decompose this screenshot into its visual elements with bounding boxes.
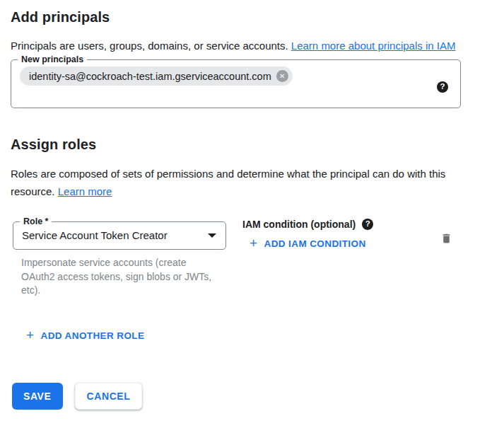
roles-description: Roles are composed of sets of permission… (11, 165, 471, 200)
delete-role-button[interactable] (439, 231, 454, 248)
principals-description-text: Principals are users, groups, domains, o… (11, 40, 291, 52)
plus-icon: + (250, 236, 258, 250)
learn-more-roles-link[interactable]: Learn more (58, 185, 112, 197)
trash-icon (440, 236, 452, 247)
principals-chip-row[interactable]: identity-sa@cockroach-test.iam.gservicea… (11, 64, 460, 86)
role-column: Role * Service Account Token Creator Imp… (13, 216, 228, 298)
plus-icon: + (26, 328, 35, 342)
add-another-role-label: ADD ANOTHER ROLE (41, 330, 145, 341)
add-iam-condition-label: ADD IAM CONDITION (264, 238, 366, 249)
dialog-footer: SAVE CANCEL (12, 383, 493, 410)
add-another-role-button[interactable]: + ADD ANOTHER ROLE (26, 330, 144, 342)
principal-chip-text: identity-sa@cockroach-test.iam.gservicea… (29, 71, 271, 82)
iam-condition-column: IAM condition (optional) ? + ADD IAM CON… (242, 216, 373, 298)
learn-more-principals-link[interactable]: Learn more about principals in IAM (291, 40, 456, 52)
principals-description: Principals are users, groups, domains, o… (11, 37, 471, 54)
cancel-button[interactable]: CANCEL (75, 383, 143, 410)
iam-condition-label-row: IAM condition (optional) ? (242, 219, 373, 230)
role-select[interactable]: Role * Service Account Token Creator (13, 216, 226, 250)
add-iam-condition-button[interactable]: + ADD IAM CONDITION (250, 238, 366, 250)
iam-condition-help-icon[interactable]: ? (362, 219, 373, 230)
role-row: Role * Service Account Token Creator Imp… (11, 216, 493, 298)
role-helper-text: Impersonate service accounts (create OAu… (21, 256, 218, 298)
page-title: Add principals (11, 9, 493, 25)
iam-condition-label: IAM condition (optional) (242, 219, 356, 230)
save-button[interactable]: SAVE (12, 383, 63, 410)
principals-help-icon[interactable]: ? (437, 81, 448, 93)
assign-roles-title: Assign roles (11, 137, 493, 153)
chip-close-icon[interactable]: ✕ (276, 70, 288, 82)
new-principals-field[interactable]: New principals identity-sa@cockroach-tes… (11, 54, 461, 108)
role-select-value: Service Account Token Creator (22, 229, 168, 241)
new-principals-label: New principals (18, 54, 87, 64)
role-select-label: Role * (20, 216, 52, 226)
add-principals-dialog: Add principals Principals are users, gro… (0, 0, 504, 410)
principal-chip: identity-sa@cockroach-test.iam.gservicea… (20, 67, 293, 86)
dropdown-arrow-icon (208, 233, 216, 238)
